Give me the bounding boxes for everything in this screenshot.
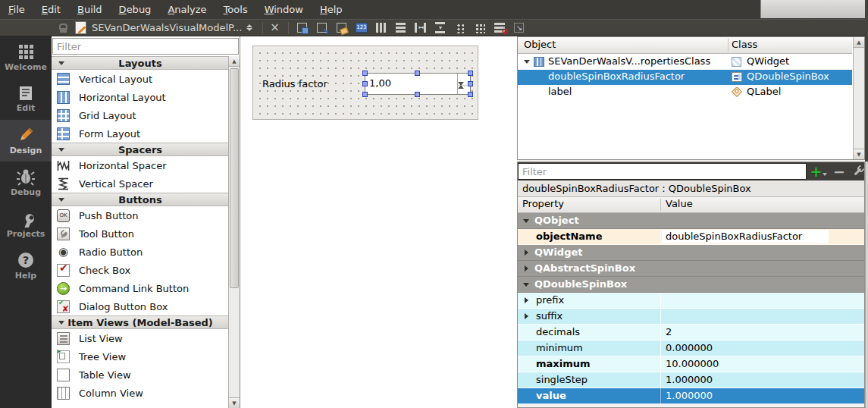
widget-command-link-button[interactable]: →Command Link Button <box>52 279 229 297</box>
layout-grid-icon[interactable] <box>471 20 489 36</box>
layout-vertical-icon[interactable] <box>392 20 410 36</box>
mode-design[interactable]: Design <box>0 120 52 162</box>
widget-grid-layout[interactable]: Grid Layout <box>52 106 229 124</box>
selection-handle[interactable] <box>468 81 473 86</box>
column-divider[interactable] <box>728 39 729 52</box>
splitter-vertical-icon[interactable]: ▾ <box>431 20 450 36</box>
widget-column-view[interactable]: Column View <box>52 384 229 402</box>
selection-handle[interactable] <box>362 81 368 86</box>
category-layouts[interactable]: Layouts <box>52 56 229 70</box>
menu-file[interactable]: File <box>0 0 33 19</box>
chevron-down-icon[interactable] <box>524 60 530 64</box>
widget-radio-button[interactable]: ◉Radio Button <box>52 243 229 261</box>
property-value[interactable]: doubleSpinBoxRadiusFactor <box>666 231 802 242</box>
updown-icon[interactable] <box>246 24 252 31</box>
dialog-button-box-icon <box>57 300 70 313</box>
prop-suffix[interactable]: suffix <box>518 309 864 325</box>
selection-handle[interactable] <box>468 71 473 76</box>
form-radius-label[interactable]: Radius factor <box>262 78 327 89</box>
mode-help[interactable]: ? Help <box>0 245 52 287</box>
chevron-right-icon[interactable] <box>525 297 528 303</box>
selection-handle[interactable] <box>415 71 420 76</box>
property-filter-input[interactable] <box>518 163 807 180</box>
widget-horizontal-layout[interactable]: Horizontal Layout <box>52 88 229 106</box>
group-qobject[interactable]: QObject <box>518 213 864 229</box>
edit-widgets-icon[interactable] <box>293 20 312 36</box>
chevron-right-icon[interactable] <box>525 313 528 319</box>
menu-edit[interactable]: Edit <box>33 0 69 19</box>
widget-check-box[interactable]: Check Box <box>52 261 229 279</box>
prop-prefix[interactable]: prefix <box>518 293 864 309</box>
mode-debug[interactable]: Debug <box>0 162 52 203</box>
group-qdoublespinbox[interactable]: QDoubleSpinBox <box>518 277 864 293</box>
edit-signals-slots-icon[interactable] <box>313 20 331 36</box>
category-spacers[interactable]: Spacers <box>52 143 229 156</box>
menu-window[interactable]: Window <box>256 0 312 19</box>
prop-decimals[interactable]: decimals2 <box>518 325 864 341</box>
object-row-root[interactable]: SEVanDerWaalsV...ropertiesClass QWidget <box>518 55 852 70</box>
adjust-size-icon[interactable]: ↘ <box>510 20 528 36</box>
widget-form-layout[interactable]: Form Layout <box>52 124 229 143</box>
selection-handle[interactable] <box>468 92 473 97</box>
object-row-spinbox[interactable]: doubleSpinBoxRadiusFactor QDoubleSpinBox <box>518 70 852 85</box>
widget-push-button[interactable]: OKPush Button <box>52 206 229 224</box>
close-icon[interactable]: × <box>267 22 283 33</box>
prop-objectName[interactable]: objectNamedoubleSpinBoxRadiusFactor <box>518 229 864 245</box>
scroll-up-icon[interactable]: ▲ <box>854 37 864 48</box>
widget-tool-button[interactable]: Tool Button <box>52 224 229 243</box>
widget-vertical-layout[interactable]: Vertical Layout <box>52 70 229 88</box>
widget-vertical-spacer[interactable]: Vertical Spacer <box>52 174 229 193</box>
mode-projects[interactable]: Projects <box>0 203 52 245</box>
scrollbar-thumb[interactable] <box>230 68 239 288</box>
splitter-horizontal-icon[interactable]: ▸◂ <box>412 20 430 36</box>
category-item-views[interactable]: Item Views (Model-Based) <box>52 315 229 329</box>
layout-form-icon[interactable] <box>451 20 469 36</box>
chevron-down-icon <box>58 321 64 325</box>
form-canvas[interactable]: Radius factor 1,00 <box>252 46 478 120</box>
object-inspector-scrollbar[interactable]: ▲ ▼ <box>853 37 864 159</box>
edit-buddies-icon[interactable] <box>333 20 351 36</box>
break-layout-icon[interactable] <box>490 20 509 36</box>
selection-handle[interactable] <box>362 92 368 97</box>
menu-tools[interactable]: Tools <box>215 0 256 19</box>
menu-analyze[interactable]: Analyze <box>159 0 215 19</box>
widget-table-view[interactable]: Table View <box>52 366 229 384</box>
scroll-down-icon[interactable]: ▼ <box>854 149 864 159</box>
widget-list-view[interactable]: List View <box>52 329 229 347</box>
widget-horizontal-spacer[interactable]: Horizontal Spacer <box>52 156 229 174</box>
menu-help[interactable]: Help <box>312 0 351 19</box>
object-row-label[interactable]: label QLabel <box>518 85 852 100</box>
selection-handle[interactable] <box>362 71 368 76</box>
mode-welcome[interactable]: Welcome <box>0 36 52 78</box>
add-property-icon[interactable]: + <box>810 163 828 180</box>
widget-tree-view[interactable]: Tree View <box>52 347 229 366</box>
menu-debug[interactable]: Debug <box>111 0 160 19</box>
cell-divider <box>660 293 661 308</box>
mode-edit[interactable]: Edit <box>0 78 52 120</box>
group-qabstractspinbox[interactable]: QAbstractSpinBox <box>518 261 864 277</box>
menu-build[interactable]: Build <box>69 0 111 19</box>
prop-singleStep[interactable]: singleStep1.000000 <box>518 372 864 388</box>
prop-maximum[interactable]: maximum10.000000 <box>518 356 864 372</box>
edit-tab-order-icon[interactable]: 123 <box>353 20 371 36</box>
remove-property-icon[interactable]: − <box>830 163 848 180</box>
property-value[interactable]: 1.000000 <box>666 390 713 401</box>
column-divider[interactable] <box>660 199 661 211</box>
scroll-up-icon[interactable]: ▲ <box>229 56 240 67</box>
property-value[interactable]: 2 <box>666 326 672 337</box>
selection-handle[interactable] <box>415 92 420 97</box>
widget-dialog-button-box[interactable]: Dialog Button Box <box>52 297 229 315</box>
form-selector[interactable]: SEVanDerWaalsVisualModelP... <box>92 22 242 33</box>
prop-minimum[interactable]: minimum0.000000 <box>518 341 864 356</box>
group-qwidget[interactable]: QWidget <box>518 245 864 261</box>
property-value[interactable]: 0.000000 <box>666 342 713 353</box>
property-value[interactable]: 1.000000 <box>666 374 713 385</box>
scroll-down-icon[interactable]: ▼ <box>229 397 240 408</box>
widget-filter-input[interactable] <box>52 38 239 55</box>
prop-value[interactable]: value1.000000 <box>518 388 864 404</box>
widgetbox-scrollbar[interactable]: ▲ ▼ <box>228 56 240 408</box>
category-buttons[interactable]: Buttons <box>52 193 229 206</box>
qdoublespinbox-icon <box>732 72 742 82</box>
property-value[interactable]: 10.000000 <box>666 358 719 369</box>
layout-horizontal-icon[interactable] <box>372 20 390 36</box>
